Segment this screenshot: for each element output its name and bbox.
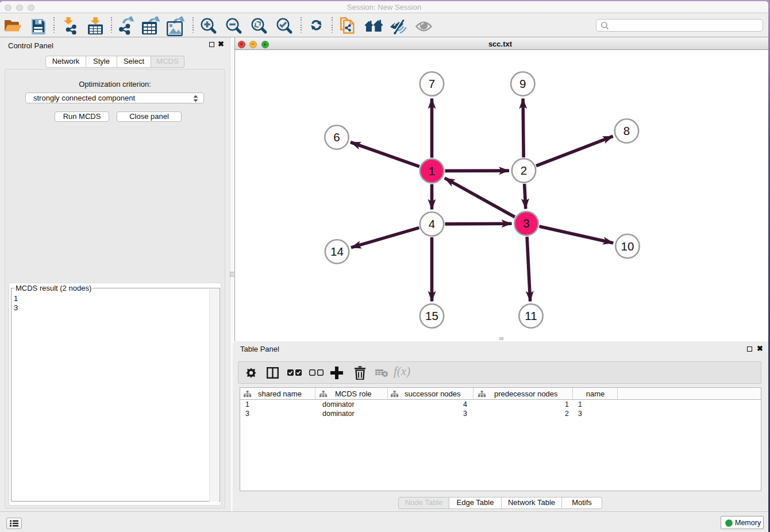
svg-text:1: 1 bbox=[429, 164, 435, 178]
svg-text:6: 6 bbox=[333, 130, 340, 144]
svg-text:8: 8 bbox=[623, 124, 630, 137]
svg-text:14: 14 bbox=[330, 245, 344, 258]
svg-text:9: 9 bbox=[519, 77, 526, 90]
svg-text:11: 11 bbox=[525, 309, 537, 322]
svg-text:2: 2 bbox=[521, 164, 527, 177]
svg-text:4: 4 bbox=[429, 217, 435, 230]
svg-text:10: 10 bbox=[621, 240, 634, 253]
svg-text:3: 3 bbox=[523, 217, 529, 230]
svg-text:7: 7 bbox=[429, 77, 435, 90]
svg-text:15: 15 bbox=[425, 309, 438, 322]
